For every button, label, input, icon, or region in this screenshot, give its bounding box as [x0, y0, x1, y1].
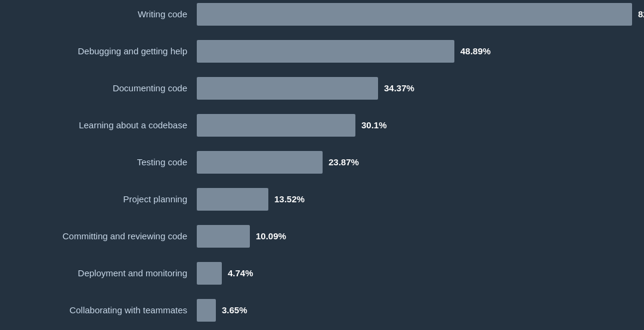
bar-value: 30.1%	[361, 120, 387, 130]
bar-track: 30.1%	[197, 114, 632, 137]
bar-value: 23.87%	[329, 157, 359, 167]
bar-track: 10.09%	[197, 225, 632, 248]
bar-row: Testing code23.87%	[12, 147, 632, 178]
bar-row: Documenting code34.37%	[12, 73, 632, 104]
bar-value: 13.52%	[274, 194, 305, 204]
bar-chart: Writing code82.55%Debugging and getting …	[6, 0, 638, 330]
bar-label: Committing and reviewing code	[12, 230, 197, 242]
bar-row: Debugging and getting help48.89%	[12, 36, 632, 67]
bar-fill	[197, 151, 323, 174]
bar-row: Collaborating with teammates3.65%	[12, 295, 632, 326]
bar-label: Deployment and monitoring	[12, 267, 197, 279]
bar-label: Project planning	[12, 193, 197, 205]
bar-row: Deployment and monitoring4.74%	[12, 258, 632, 289]
bar-fill	[197, 225, 250, 248]
bar-value: 4.74%	[228, 268, 253, 278]
bar-value: 3.65%	[222, 305, 247, 315]
bar-track: 82.55%	[197, 3, 644, 26]
bar-fill	[197, 3, 632, 26]
bar-label: Testing code	[12, 156, 197, 168]
bar-label: Documenting code	[12, 82, 197, 94]
bar-track: 34.37%	[197, 77, 632, 100]
bar-label: Writing code	[12, 8, 197, 20]
bar-label: Learning about a codebase	[12, 119, 197, 131]
bar-row: Learning about a codebase30.1%	[12, 110, 632, 141]
bar-row: Project planning13.52%	[12, 184, 632, 215]
bar-fill	[197, 114, 355, 137]
bar-fill	[197, 188, 268, 211]
bar-track: 13.52%	[197, 188, 632, 211]
bar-row: Committing and reviewing code10.09%	[12, 221, 632, 252]
bar-label: Debugging and getting help	[12, 45, 197, 57]
bar-value: 10.09%	[256, 231, 286, 241]
bar-label: Collaborating with teammates	[12, 304, 197, 316]
bar-track: 23.87%	[197, 151, 632, 174]
bar-fill	[197, 40, 454, 63]
bar-value: 82.55%	[638, 9, 644, 19]
bar-row: Writing code82.55%	[12, 0, 632, 30]
bar-fill	[197, 299, 216, 322]
bar-track: 3.65%	[197, 299, 632, 322]
bar-fill	[197, 262, 222, 285]
bar-track: 4.74%	[197, 262, 632, 285]
bar-fill	[197, 77, 378, 100]
bar-value: 48.89%	[460, 46, 491, 56]
bar-track: 48.89%	[197, 40, 632, 63]
bar-value: 34.37%	[384, 83, 414, 93]
